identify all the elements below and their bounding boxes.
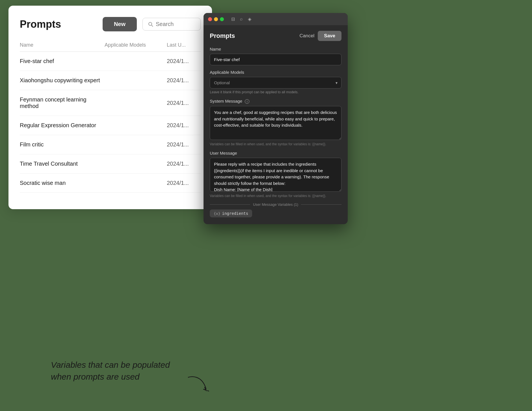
- search-icon: [148, 21, 153, 27]
- system-message-input[interactable]: You are a chef, good at suggesting recip…: [210, 106, 341, 140]
- modal-window: ⊟ ⌕ ◈ Prompts Cancel Save Name Applicabl…: [204, 13, 348, 224]
- row-name: Regular Expression Generator: [20, 122, 105, 129]
- titlebar: ⊟ ⌕ ◈: [204, 13, 348, 25]
- name-field-group: Name: [210, 47, 341, 65]
- col-last-used: Last U...: [167, 42, 201, 48]
- user-message-field-group: User Message Please reply with a recipe …: [210, 151, 341, 198]
- row-date: 2024/1...: [167, 100, 201, 106]
- applicable-models-hint: Leave it blank if this prompt can be app…: [210, 90, 341, 94]
- applicable-models-label: Applicable Models: [210, 70, 341, 75]
- sidebar-toggle-icon[interactable]: ⊟: [231, 16, 235, 22]
- row-date: 2024/1...: [167, 141, 201, 148]
- divider-line-right: [301, 204, 341, 205]
- name-input[interactable]: [210, 54, 341, 65]
- applicable-models-field-group: Applicable Models Optional ▾ Leave it bl…: [210, 70, 341, 94]
- variables-divider: User Message Variables (1): [210, 202, 341, 207]
- col-applicable-models: Applicable Models: [105, 42, 167, 48]
- search-box: [142, 18, 201, 31]
- modal-title: Prompts: [210, 32, 235, 40]
- variable-badges-container: {x} ingredients: [210, 209, 341, 217]
- annotation-text: Variables that can be populatedwhen prom…: [51, 359, 170, 383]
- table-row[interactable]: Socratic wise man 2024/1...: [20, 174, 201, 193]
- applicable-models-select-wrapper: Optional ▾: [210, 77, 341, 88]
- user-message-label: User Message: [210, 151, 341, 155]
- modal-top-actions: Cancel Save: [299, 31, 341, 41]
- variable-label: ingredients: [222, 211, 248, 216]
- row-date: 2024/1...: [167, 58, 201, 64]
- name-label: Name: [210, 47, 341, 51]
- page-title: Prompts: [20, 18, 97, 30]
- table-row[interactable]: Xiaohongshu copywriting expert 2024/1...: [20, 71, 201, 90]
- search-input[interactable]: [156, 21, 195, 27]
- minimize-dot[interactable]: [214, 17, 218, 21]
- user-message-input[interactable]: Please reply with a recipe that includes…: [210, 158, 341, 192]
- maximize-dot[interactable]: [220, 17, 224, 21]
- prompts-list-card: Prompts New Name Applicable Models Last …: [8, 6, 212, 209]
- row-name: Socratic wise man: [20, 180, 105, 186]
- svg-point-0: [149, 22, 152, 25]
- row-name: Time Travel Consultant: [20, 161, 105, 167]
- table-header: Name Applicable Models Last U...: [20, 40, 201, 52]
- row-date: 2024/1...: [167, 180, 201, 186]
- annotation-arrow: [187, 375, 209, 394]
- row-date: 2024/1...: [167, 122, 201, 129]
- applicable-models-select[interactable]: Optional: [210, 77, 341, 88]
- info-icon[interactable]: i: [245, 99, 249, 104]
- row-date: 2024/1...: [167, 161, 201, 167]
- system-message-field-group: System Message i You are a chef, good at…: [210, 99, 341, 146]
- divider-line-left: [210, 204, 250, 205]
- row-name: Film critic: [20, 141, 105, 148]
- svg-line-1: [152, 25, 153, 27]
- row-date: 2024/1...: [167, 77, 201, 84]
- col-name: Name: [20, 42, 105, 48]
- save-button[interactable]: Save: [318, 31, 341, 41]
- row-name: Xiaohongshu copywriting expert: [20, 77, 105, 84]
- wifi-icon: ◈: [248, 16, 251, 22]
- variables-divider-label: User Message Variables (1): [253, 202, 298, 207]
- table-row[interactable]: Time Travel Consultant 2024/1...: [20, 154, 201, 174]
- search-titlebar-icon[interactable]: ⌕: [240, 16, 243, 22]
- table-row[interactable]: Regular Expression Generator 2024/1...: [20, 116, 201, 135]
- row-name: Feynman concept learning method: [20, 96, 105, 109]
- main-header: Prompts New: [20, 17, 201, 31]
- modal-top-bar: Prompts Cancel Save: [210, 31, 341, 41]
- modal-body: Prompts Cancel Save Name Applicable Mode…: [204, 25, 348, 224]
- titlebar-icons: ⊟ ⌕ ◈: [231, 16, 251, 22]
- user-message-hint: Variables can be filled in when used, an…: [210, 194, 341, 198]
- table-row[interactable]: Film critic 2024/1...: [20, 135, 201, 154]
- new-button[interactable]: New: [103, 17, 137, 31]
- variable-icon: {x}: [214, 211, 220, 216]
- cancel-button[interactable]: Cancel: [299, 33, 314, 39]
- row-name: Five-star chef: [20, 58, 105, 64]
- system-message-label: System Message i: [210, 99, 341, 104]
- system-message-hint: Variables can be filled in when used, an…: [210, 142, 341, 146]
- close-dot[interactable]: [208, 17, 212, 21]
- titlebar-dots: [208, 17, 224, 21]
- table-row[interactable]: Feynman concept learning method 2024/1..…: [20, 90, 201, 116]
- variable-badge-ingredients[interactable]: {x} ingredients: [210, 209, 252, 217]
- table-row[interactable]: Five-star chef 2024/1...: [20, 52, 201, 71]
